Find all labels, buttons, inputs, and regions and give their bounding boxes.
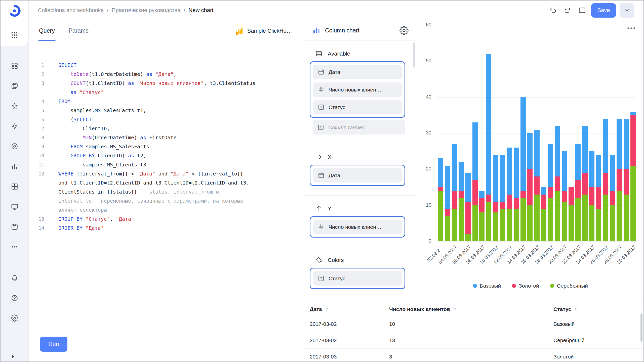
sql-editor[interactable]: 1SELECT2 toDate(t1.OrderDatetime) as "Да… bbox=[29, 61, 301, 233]
sidebar-item-grid[interactable] bbox=[11, 183, 18, 190]
sidebar-item-squares[interactable] bbox=[11, 62, 18, 70]
line-number: 4 bbox=[29, 97, 44, 106]
chart-type-header: Column chart bbox=[303, 20, 416, 41]
bar-segment bbox=[569, 205, 574, 241]
bar-segment bbox=[575, 198, 581, 241]
bar-segment bbox=[527, 169, 533, 205]
bar-segment bbox=[630, 115, 636, 166]
legend-label: Базовый bbox=[480, 283, 501, 289]
dataset-selector[interactable]: Sample ClickHo… bbox=[235, 20, 292, 41]
field-dropzone[interactable]: Дата bbox=[310, 165, 405, 186]
bar-segment bbox=[493, 212, 498, 241]
bar-segment bbox=[445, 216, 450, 241]
gridline bbox=[437, 97, 636, 98]
bar-segment bbox=[617, 191, 622, 241]
bar-segment bbox=[445, 209, 450, 216]
sidebar-collapse-icon[interactable] bbox=[11, 354, 16, 359]
topbar: Collections and workbooks/Практические р… bbox=[29, 1, 643, 20]
legend-item[interactable]: Золотой bbox=[512, 283, 539, 289]
line-number: 9 bbox=[29, 142, 44, 151]
type-icon bbox=[318, 104, 325, 111]
tab-query[interactable]: Query bbox=[39, 20, 55, 41]
sidebar-item-bolt[interactable] bbox=[11, 122, 18, 130]
field-chip[interactable]: Статус bbox=[313, 100, 402, 114]
bar-segment bbox=[479, 212, 485, 241]
gridline bbox=[437, 25, 636, 25]
y-axis-label: 10 bbox=[416, 202, 431, 208]
field-chip[interactable]: Column Names bbox=[313, 120, 405, 134]
table-scrollbar[interactable] bbox=[640, 313, 642, 342]
code-line: 9 FROM samples.MS_SalesFacts bbox=[29, 142, 301, 151]
config-sections: AvailableДатаЧисло новых клиен…СтатусCol… bbox=[303, 41, 416, 302]
table-cell: 13 bbox=[383, 337, 547, 343]
apps-grid-icon[interactable] bbox=[11, 31, 18, 39]
sidebar-item-star[interactable] bbox=[11, 102, 18, 110]
run-button[interactable]: Run bbox=[40, 337, 67, 352]
calendar-icon bbox=[318, 69, 325, 75]
sidebar-item-box[interactable] bbox=[11, 223, 18, 231]
legend-item[interactable]: Базовый bbox=[473, 283, 501, 289]
undo-button[interactable] bbox=[547, 5, 558, 16]
field-label: Число новых клиен… bbox=[329, 87, 381, 93]
sidebar-item-bar-chart[interactable] bbox=[11, 163, 18, 170]
settings-gear-icon[interactable] bbox=[399, 26, 409, 35]
sidebar-item-copy[interactable] bbox=[11, 82, 18, 90]
save-menu-button[interactable] bbox=[620, 3, 634, 18]
field-chip[interactable]: Число новых клиен… bbox=[313, 220, 402, 234]
sidebar-item-monitor[interactable] bbox=[11, 203, 18, 210]
gear-icon[interactable] bbox=[11, 314, 18, 322]
line-number: 7 bbox=[29, 124, 44, 133]
bar-segment bbox=[527, 205, 533, 241]
save-button[interactable]: Save bbox=[591, 3, 616, 18]
line-number: 12 bbox=[29, 169, 44, 178]
code-line: влияют селекторы bbox=[29, 205, 301, 214]
field-chip[interactable]: Дата bbox=[313, 65, 402, 79]
gridline bbox=[437, 241, 636, 242]
bar-segment bbox=[630, 112, 636, 115]
field-chip[interactable]: Дата bbox=[313, 168, 402, 183]
bar-segment bbox=[617, 169, 622, 191]
field-dropzone[interactable]: Число новых клиен… bbox=[310, 216, 405, 238]
table-cell: Золотой bbox=[547, 354, 643, 360]
table-header-cell[interactable]: Дата bbox=[303, 306, 383, 312]
code-line: interval_to - переменные, связанные с па… bbox=[29, 196, 301, 205]
bar-segment bbox=[575, 180, 581, 198]
chart-config-panel: Column chart AvailableДатаЧисло новых кл… bbox=[303, 20, 416, 302]
question-icon[interactable] bbox=[11, 294, 18, 302]
bell-icon[interactable] bbox=[11, 274, 18, 282]
table-header-cell[interactable]: Число новых клиентов bbox=[383, 306, 547, 312]
field-dropzone[interactable]: Статус bbox=[310, 268, 405, 289]
bar-segment bbox=[624, 195, 629, 241]
sidebar-item-target[interactable] bbox=[11, 143, 18, 150]
sidebar-item-ellipsis[interactable] bbox=[11, 243, 18, 251]
preview-table-panel: ДатаЧисло новых клиентовСтатус2017-03-02… bbox=[303, 302, 643, 361]
history-panel-button[interactable] bbox=[577, 5, 588, 16]
bar-segment bbox=[617, 119, 622, 169]
chart-type-title: Column chart bbox=[325, 27, 359, 34]
code-line: ClientStatus in {{status}} -- status, in… bbox=[29, 187, 301, 196]
bar-segment bbox=[459, 198, 464, 241]
breadcrumb-item[interactable]: Практические руководства bbox=[112, 7, 180, 14]
datalens-logo-icon[interactable] bbox=[8, 4, 21, 18]
bar-segment bbox=[452, 144, 457, 191]
redo-button[interactable] bbox=[562, 5, 573, 16]
field-chip[interactable]: Число новых клиен… bbox=[313, 82, 402, 97]
table-cell: 2017-03-02 bbox=[303, 321, 383, 327]
bar-segment bbox=[438, 187, 443, 191]
legend-item[interactable]: Серебряный bbox=[550, 283, 588, 289]
bar-segment bbox=[562, 191, 567, 202]
sidebar bbox=[1, 1, 29, 361]
field-dropzone[interactable]: ДатаЧисло новых клиен…Статус bbox=[310, 61, 405, 118]
code-line: 7 ClientID, bbox=[29, 124, 301, 133]
breadcrumb-item[interactable]: Collections and workbooks bbox=[38, 7, 104, 14]
line-number: 5 bbox=[29, 106, 44, 115]
config-scrollbar[interactable] bbox=[413, 42, 415, 68]
section-title: Y bbox=[328, 205, 332, 212]
topbar-actions: Save bbox=[547, 3, 634, 18]
y-axis-label: 0 bbox=[416, 238, 431, 244]
field-chip[interactable]: Статус bbox=[313, 271, 402, 286]
tab-params[interactable]: Params bbox=[69, 20, 89, 41]
code-line: 12WHERE {{interval_from}} < "Дата" and "… bbox=[29, 169, 301, 178]
table-header-cell[interactable]: Статус bbox=[547, 306, 643, 312]
section-title: Available bbox=[328, 51, 350, 57]
